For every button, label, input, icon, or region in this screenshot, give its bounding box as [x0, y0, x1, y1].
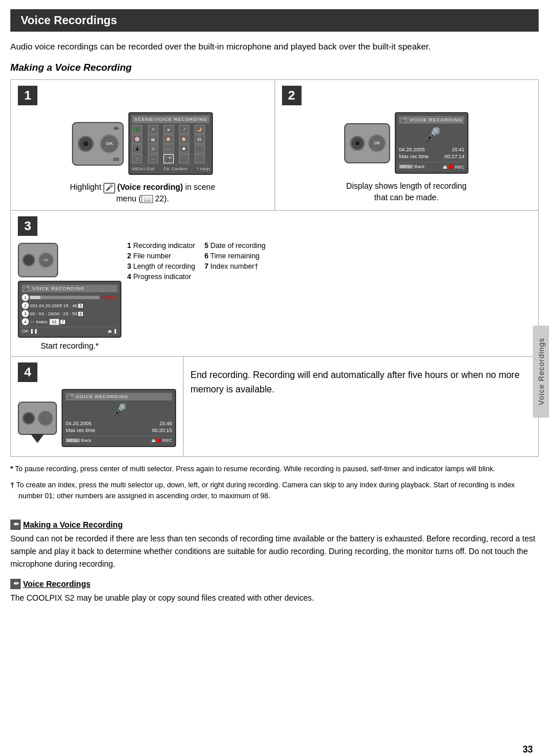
legend-col-right: 5 Date of recording 6 Time remaining 7 I… [204, 239, 265, 283]
step1-caption: Highlight 🎤 (Voice recording) in scene m… [70, 182, 215, 204]
scene-icon: ↔ [148, 154, 158, 163]
note-box-1: ✏ Making a Voice Recording Sound can not… [10, 520, 539, 571]
arrow-down-4 [30, 434, 44, 443]
ok-label-2: OK [374, 141, 380, 145]
scene-icons-grid: 🌲 ✈ ■ ↗ 🌙 🌸 🏔 🏠 🏠 🖼 [132, 125, 209, 163]
step2-content: OK 🎤 VOICE RECORDING 🎤 04.20.2005 [282, 109, 532, 203]
rec-line2: 2 001 04.20.2005 15 : 46 5 [22, 302, 117, 309]
rec-bottom-4: MENU Back ⏏ REC [66, 436, 172, 443]
page-header: Voice Recordings [10, 9, 539, 32]
legend-columns: 1 Recording indicator 2 File number 3 Le… [127, 239, 531, 283]
steps-grid: 1 OK [10, 79, 539, 457]
scene-menu-display: SCENE\ VOICE RECORDING 🌲 ✈ ■ ↗ 🌙 [128, 112, 213, 175]
step3-display-area: OK 🎤 VOICE RECORDING [18, 239, 121, 350]
scene-icon: □ [163, 144, 174, 154]
rec-line4: 4 ↔ Index: 01 7 [22, 318, 117, 325]
viewfinder-1 [113, 127, 119, 130]
scene-icon: 🏠 [163, 135, 174, 144]
intro-text: Audio voice recordings can be recorded o… [0, 32, 549, 59]
step-number-4: 4 [18, 362, 37, 382]
scene-icon [195, 144, 205, 154]
step-1-cell: 1 OK [11, 80, 275, 210]
scene-icon: ⚙ [148, 144, 158, 154]
voice-rec-title-bar-4: 🎤 VOICE RECORDING [66, 393, 172, 400]
voice-rec-display-4: 🎤 VOICE RECORDING 🎤 04.20.2005 15:46 Max… [62, 389, 176, 447]
voice-rec-display-3: 🎤 VOICE RECORDING 1 ● REC [18, 281, 121, 338]
rec-maxtime-row: Max rec time 00:27:14 [399, 154, 464, 159]
legend-item-3: 3 Length of recording [127, 262, 195, 270]
steps-row-3: 3 OK [11, 211, 538, 357]
note-title-row-2: ✏ Voice Recordings [10, 579, 539, 589]
step4-end-text: End recording. Recording will end automa… [190, 362, 531, 403]
page-number: 33 [523, 744, 533, 755]
step-3-cell: 3 OK [11, 211, 538, 356]
ok-button-2: OK [368, 134, 386, 152]
step2-camera-row: OK 🎤 VOICE RECORDING 🎤 04.20.2005 [344, 112, 468, 174]
note-title-1: Making a Voice Recording [23, 520, 123, 529]
large-mic-4: 🎤 [66, 403, 172, 418]
note-title-2: Voice Recordings [23, 579, 90, 589]
scene-icon [179, 154, 189, 163]
step-2-cell: 2 OK [275, 80, 539, 210]
scene-icon: 🌙 [195, 125, 205, 134]
rec-dot-4 [157, 438, 161, 442]
speaker-1 [113, 158, 119, 161]
legend-item-6: 6 Time remaining [204, 252, 265, 260]
rec-dot-2 [449, 165, 453, 169]
scene-icon: ■ [163, 125, 174, 134]
camera-lens-1 [78, 136, 94, 152]
scene-icon: 🖼 [195, 135, 205, 144]
footnote-dagger: † To create an index, press the multi se… [10, 480, 539, 502]
book-icon: 📖 [142, 195, 153, 203]
camera-body-2: OK [344, 123, 390, 163]
large-mic-2: 🎤 [399, 127, 464, 144]
note-icon-2: ✏ [10, 579, 21, 589]
voice-rec-title-1: VOICE RECORDING [155, 117, 207, 122]
scene-bottom-bar: MENU Exit OK Confirm ? Help [132, 165, 209, 171]
step3-caption: Start recording.* [18, 341, 121, 350]
rec-maxtime-row-4: Max rec time 00:20:15 [66, 427, 172, 433]
menu-back-4: MENU Back [66, 438, 92, 443]
step1-content: OK SCENE\ VOICE RECORDING [18, 109, 268, 204]
step4-camera-row: 🎤 VOICE RECORDING 🎤 04.20.2005 15:46 Max… [18, 389, 176, 447]
voice-rec-title-bar-2: 🎤 VOICE RECORDING [399, 116, 464, 124]
voice-rec-display-2: 🎤 VOICE RECORDING 🎤 04.20.2005 15:41 Max… [395, 112, 468, 174]
scene-title-bar: SCENE\ VOICE RECORDING [132, 116, 209, 123]
legend-item-5: 5 Date of recording [204, 242, 265, 250]
rec-bottom-2: MENU Back ⏏ REC [399, 162, 464, 170]
scene-icon: □ [132, 154, 142, 163]
scene-icon: 📱 [132, 144, 142, 154]
step-number-3: 3 [18, 216, 37, 236]
rec-date-row-4: 04.20.2005 15:46 [66, 421, 172, 426]
step-4-cell-right: End recording. Recording will end automa… [184, 357, 538, 456]
steps-row-4: 4 🎤 VOICE RECORDING 🎤 [11, 357, 538, 456]
camera-lens-inner-2 [354, 140, 361, 147]
step3-inner: OK 🎤 VOICE RECORDING [18, 239, 531, 350]
menu-exit: MENU Exit [132, 166, 154, 171]
step-number-2: 2 [282, 86, 302, 105]
ok-confirm: OK Confirm [163, 166, 188, 171]
camera-lens-4 [22, 412, 35, 425]
steps-row-1-2: 1 OK [11, 80, 538, 211]
step-number-1: 1 [18, 86, 37, 105]
ok-label-1: OK [106, 141, 113, 146]
scene-icon: 🌸 [132, 135, 142, 144]
legend-item-4: 4 Progress indicator [127, 273, 195, 281]
scene-mic-icon: 🎤 [163, 154, 174, 163]
legend-col-left: 1 Recording indicator 2 File number 3 Le… [127, 239, 195, 283]
step2-caption: Display shows length of recordingthat ca… [346, 181, 467, 203]
sidebar-tab-label: Voice Recordings [537, 338, 546, 405]
camera-body-4 [18, 402, 57, 435]
section-title: Making a Voice Recording [0, 59, 549, 79]
step3-legend: 1 Recording indicator 2 File number 3 Le… [127, 239, 531, 350]
scene-icon: 🌲 [132, 125, 142, 134]
scene-icon: 🔲 [179, 144, 189, 154]
legend-item-7: 7 Index number† [204, 262, 265, 270]
camera-lens-inner-1 [82, 140, 90, 148]
scene-tag: SCENE\ [134, 117, 155, 122]
step-4-cell-left: 4 🎤 VOICE RECORDING 🎤 [11, 357, 184, 456]
legend-item-1: 1 Recording indicator [127, 242, 195, 250]
sidebar-tab: Voice Recordings [533, 326, 549, 418]
scene-icon [195, 154, 205, 163]
page-title: Voice Recordings [21, 14, 528, 27]
